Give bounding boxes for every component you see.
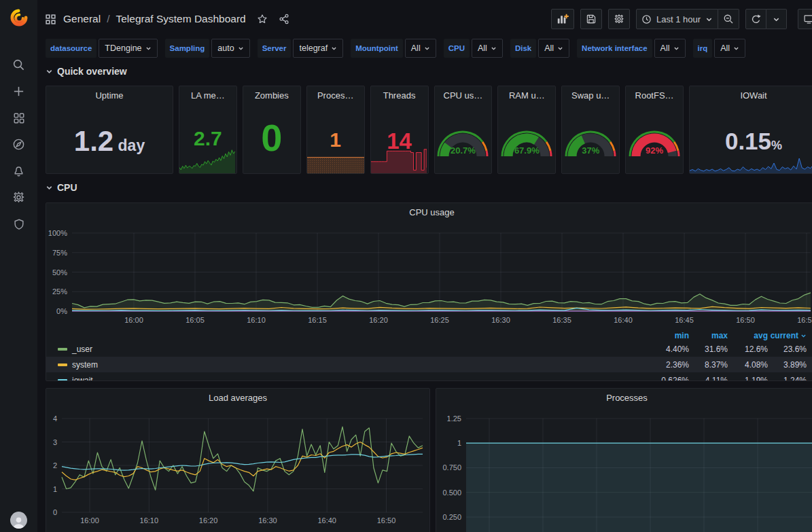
svg-text:16:40: 16:40	[614, 316, 633, 324]
quick-overview-row: Uptime 1.2 day LA me… 2.7 Zombies 0 Proc…	[46, 86, 812, 174]
series-color-swatch	[58, 379, 67, 382]
svg-text:16:45: 16:45	[675, 316, 694, 324]
legend-sort-min[interactable]: min	[650, 331, 689, 340]
panel-load-averages: Load averages 0123416:0016:1016:2016:301…	[46, 388, 430, 532]
variable-value-dropdown[interactable]: All	[654, 39, 686, 58]
breadcrumb-title[interactable]: Telegraf System Dashboard	[116, 13, 245, 25]
svg-text:16:10: 16:10	[140, 516, 159, 525]
processes-value: 1	[307, 130, 364, 150]
zoom-out-button[interactable]	[718, 9, 739, 29]
panel-threads-title[interactable]: Threads	[371, 90, 428, 101]
dashboard-settings-button[interactable]	[608, 9, 630, 29]
svg-text:16:00: 16:00	[124, 316, 143, 324]
breadcrumb-section[interactable]: General	[63, 13, 101, 25]
save-dashboard-button[interactable]	[580, 9, 602, 29]
panel-ram-used-gauge: RAM u… 67.9%	[497, 86, 556, 174]
panel-ram-used-title[interactable]: RAM u…	[498, 90, 555, 101]
variable-value-dropdown[interactable]: All	[538, 39, 569, 58]
search-icon[interactable]	[0, 52, 37, 78]
legend-min: 0.626%	[650, 376, 689, 382]
legend-header: minmaxavgcurrent	[46, 330, 812, 341]
legend-series-toggle[interactable]: iowait	[58, 376, 650, 382]
legend-sort-max[interactable]: max	[689, 331, 728, 340]
panel-load-averages-title[interactable]: Load averages	[46, 393, 429, 403]
svg-text:16:50: 16:50	[736, 316, 755, 324]
legend-current: 23.6%	[768, 344, 807, 354]
chevron-down-icon	[424, 46, 430, 52]
panel-zombies-title[interactable]: Zombies	[243, 90, 300, 101]
legend-series-toggle[interactable]: _user	[58, 344, 650, 354]
panel-iowait-title[interactable]: IOWait	[690, 90, 812, 101]
panel-rootfs-used-title[interactable]: RootFS…	[626, 90, 683, 101]
tv-mode-button[interactable]	[798, 9, 812, 29]
user-avatar[interactable]	[10, 512, 27, 529]
variable-label: datasource	[46, 39, 96, 58]
section-cpu[interactable]: CPU	[46, 182, 77, 193]
variable-value-dropdown[interactable]: All	[714, 39, 745, 58]
legend-sort-current[interactable]: current	[768, 331, 807, 340]
dashboards-icon[interactable]	[0, 105, 37, 131]
star-icon[interactable]	[257, 14, 268, 24]
legend-sort-avg[interactable]: avg	[728, 331, 768, 340]
svg-text:16:00: 16:00	[80, 516, 99, 525]
svg-text:0.500: 0.500	[442, 489, 461, 497]
svg-text:2: 2	[53, 461, 57, 469]
svg-text:16:20: 16:20	[199, 516, 218, 525]
svg-text:4: 4	[53, 414, 57, 423]
breadcrumb: General / Telegraf System Dashboard	[45, 10, 289, 28]
admin-shield-icon[interactable]	[0, 211, 37, 237]
plus-icon[interactable]	[0, 78, 37, 105]
chevron-down-icon	[331, 46, 337, 52]
panel-cpu-used-title[interactable]: CPU us…	[435, 90, 492, 101]
svg-text:75%: 75%	[52, 249, 67, 257]
legend-series-toggle[interactable]: system	[58, 360, 650, 370]
svg-text:16:55: 16:55	[797, 316, 812, 324]
gauge-value: 37%	[562, 145, 619, 156]
section-quick-overview[interactable]: Quick overview	[46, 66, 127, 77]
panel-processes-title[interactable]: Proces…	[307, 90, 364, 101]
explore-compass-icon[interactable]	[0, 131, 37, 158]
variable-label: Mountpoint	[351, 39, 403, 58]
variables-bar: datasourceTDengineSamplingautoServertele…	[46, 39, 753, 58]
chevron-down-icon	[557, 46, 563, 52]
load-averages-chart[interactable]: 0123416:0016:1016:2016:3016:4016:50	[46, 389, 430, 532]
dashboard-toolbar: Last 1 hour	[551, 9, 812, 29]
svg-text:16:25: 16:25	[430, 316, 449, 324]
cpu-usage-chart[interactable]: 0%25%50%75%100%16:0016:0516:1016:1516:20…	[46, 203, 812, 327]
chevron-down-icon	[46, 68, 53, 75]
threads-sparkline	[371, 147, 427, 173]
legend-avg: 1.19%	[728, 376, 768, 382]
chevron-down-icon	[145, 46, 152, 52]
variable-value-dropdown[interactable]: All	[405, 39, 436, 58]
apps-icon	[45, 14, 56, 25]
variable-value-dropdown[interactable]: All	[472, 39, 503, 58]
gauge-value: 20.7%	[435, 145, 492, 156]
variable-value-dropdown[interactable]: TDengine	[99, 39, 157, 58]
panel-cpu-usage-title[interactable]: CPU usage	[46, 207, 812, 217]
alerting-bell-icon[interactable]	[0, 158, 37, 184]
legend-row: system2.36%8.37%4.08%3.89%	[46, 357, 812, 372]
share-icon[interactable]	[279, 14, 289, 24]
bottom-row: Load averages 0123416:0016:1016:2016:301…	[46, 388, 812, 532]
series-color-swatch	[58, 363, 67, 366]
time-picker-button[interactable]: Last 1 hour	[636, 9, 718, 29]
grafana-logo-icon[interactable]	[0, 0, 37, 35]
variable-value-dropdown[interactable]: telegraf	[293, 39, 343, 58]
variable-value-dropdown[interactable]: auto	[211, 39, 249, 58]
panel-uptime-title[interactable]: Uptime	[46, 90, 173, 101]
configuration-gear-icon[interactable]	[0, 184, 37, 211]
series-color-swatch	[58, 348, 67, 351]
panel-zombies: Zombies 0	[243, 86, 301, 174]
add-panel-button[interactable]	[551, 9, 574, 29]
svg-text:16:30: 16:30	[258, 516, 277, 525]
chevron-down-icon	[238, 46, 244, 52]
refresh-interval-button[interactable]	[766, 9, 787, 29]
refresh-button[interactable]	[745, 9, 766, 29]
panel-processes-chart-title[interactable]: Processes	[436, 393, 812, 403]
svg-text:1: 1	[53, 485, 57, 493]
legend-max: 4.11%	[689, 376, 728, 382]
processes-chart[interactable]: 0.2500.5000.75011.25	[436, 389, 812, 532]
la-sparkline	[179, 149, 235, 173]
panel-la-title[interactable]: LA me…	[179, 90, 236, 101]
panel-swap-used-title[interactable]: Swap u…	[562, 90, 619, 101]
